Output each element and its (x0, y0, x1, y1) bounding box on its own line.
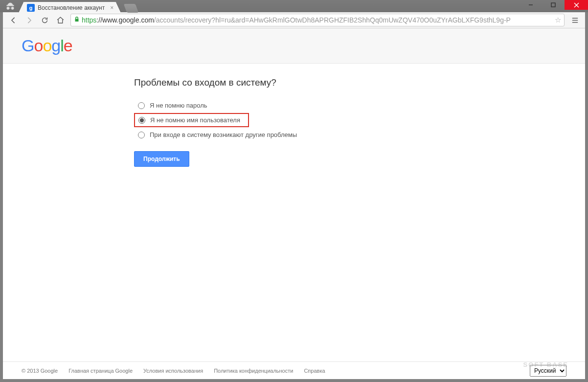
back-button[interactable] (6, 13, 21, 27)
footer-link-home[interactable]: Главная страница Google (68, 368, 133, 374)
option-label: Я не помню имя пользователя (150, 116, 240, 124)
url-path: /accounts/recovery?hl=ru&ard=AHwGkRmlGOt… (154, 16, 511, 24)
address-bar[interactable]: https ://www.google.com /accounts/recove… (70, 14, 565, 26)
copyright: © 2013 Google (22, 368, 58, 374)
browser-tab[interactable]: g Восстановление аккаунт × (23, 2, 116, 14)
svg-rect-1 (551, 3, 555, 7)
window-close-button[interactable] (565, 0, 588, 10)
titlebar: g Восстановление аккаунт × (0, 0, 588, 12)
new-tab-button[interactable] (124, 4, 139, 13)
window-minimize-button[interactable] (520, 0, 542, 10)
page-heading: Проблемы со входом в систему? (134, 77, 585, 88)
option-label: Я не помню пароль (150, 102, 207, 109)
chrome-menu-button[interactable] (567, 13, 582, 27)
tab-close-icon[interactable]: × (110, 4, 113, 11)
option-forgot-username[interactable]: Я не помню имя пользователя (134, 113, 249, 127)
footer-link-privacy[interactable]: Политика конфиденциальности (214, 368, 293, 374)
option-forgot-password[interactable]: Я не помню пароль (134, 99, 585, 112)
home-button[interactable] (53, 13, 68, 27)
browser-toolbar: https ://www.google.com /accounts/recove… (3, 12, 585, 28)
footer-link-help[interactable]: Справка (304, 368, 325, 374)
url-host: ://www.google.com (96, 16, 154, 24)
tab-title: Восстановление аккаунт (38, 4, 105, 11)
radio-forgot-password[interactable] (138, 102, 145, 109)
header-region: Google (3, 28, 585, 64)
reload-button[interactable] (37, 13, 52, 27)
continue-button[interactable]: Продолжить (134, 151, 189, 167)
google-favicon: g (27, 4, 35, 12)
lock-icon (74, 16, 80, 24)
radio-other-problems[interactable] (138, 132, 145, 138)
radio-forgot-username[interactable] (138, 117, 145, 124)
content-wrap: https ://www.google.com /accounts/recove… (0, 12, 588, 382)
window-maximize-button[interactable] (542, 0, 565, 10)
page-body: Google Проблемы со входом в систему? Я н… (3, 28, 585, 379)
window-controls (520, 0, 588, 10)
footer-link-terms[interactable]: Условия использования (143, 368, 203, 374)
google-logo: Google (22, 36, 72, 55)
main-content: Проблемы со входом в систему? Я не помню… (3, 64, 585, 361)
incognito-icon (5, 1, 16, 12)
option-other-problems[interactable]: При входе в систему возникают другие про… (134, 128, 585, 141)
browser-window: g Восстановление аккаунт × (0, 0, 588, 382)
bookmark-star-icon[interactable]: ☆ (555, 16, 561, 24)
url-scheme: https (82, 16, 96, 24)
forward-button[interactable] (22, 13, 36, 27)
page-footer: © 2013 Google Главная страница Google Ус… (3, 361, 585, 379)
option-label: При входе в систему возникают другие про… (150, 131, 297, 138)
language-selector[interactable]: Русский (530, 365, 566, 377)
